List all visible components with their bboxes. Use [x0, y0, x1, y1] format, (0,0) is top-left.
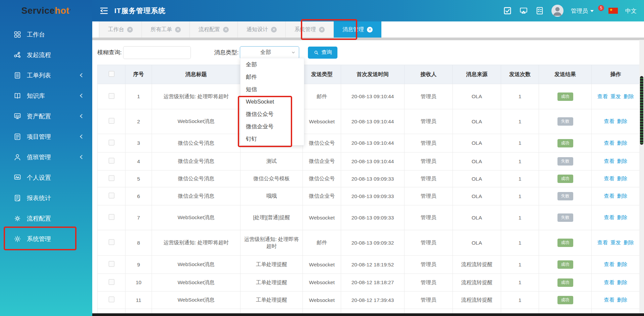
sidebar-item-发起流程[interactable]: 发起流程 [0, 45, 92, 65]
action-link-删除[interactable]: 删除 [617, 193, 628, 199]
tab-消息管理[interactable]: 消息管理✕ [334, 21, 381, 38]
tab-close-icon[interactable]: ✕ [319, 27, 325, 33]
action-link-查看[interactable]: 查看 [597, 240, 608, 245]
column-header-发送次数: 发送次数 [501, 65, 539, 84]
sidebar-item-工作台[interactable]: 工作台 [0, 24, 92, 45]
action-link-查看[interactable]: 查看 [604, 279, 614, 285]
dropdown-option-全部[interactable]: 全部 [240, 58, 304, 71]
action-link-查看[interactable]: 查看 [597, 93, 608, 99]
column-header-消息来源: 消息来源 [453, 65, 501, 84]
row-checkbox[interactable] [109, 140, 114, 145]
row-content: 工单处理提醒 [240, 256, 303, 274]
row-select-cell [98, 84, 125, 109]
dropdown-option-微信公众号[interactable]: 微信公众号 [240, 108, 304, 120]
row-checkbox[interactable] [109, 279, 114, 285]
dropdown-option-短信[interactable]: 短信 [240, 83, 304, 96]
action-link-重发[interactable]: 重发 [610, 93, 621, 99]
sidebar-item-label: 流程配置 [27, 214, 84, 223]
sidebar-item-值班管理[interactable]: 值班管理 [0, 147, 92, 167]
row-content: 哦哦 [240, 187, 303, 205]
language-switch[interactable]: 中文 [625, 7, 637, 15]
row-title: 运营级别通知: 处理即将超时 [152, 230, 240, 256]
row-checkbox[interactable] [109, 118, 114, 124]
action-link-删除[interactable]: 删除 [617, 176, 628, 181]
sidebar-item-个人设置[interactable]: 个人设置 [0, 167, 92, 188]
row-no: 9 [125, 256, 152, 274]
tab-通知设计[interactable]: 通知设计✕ [238, 21, 286, 38]
table-row: 6微信企业号消息哦哦微信企业号20-08-13 09:09:33管理员OLA1失… [98, 187, 640, 205]
row-checkbox[interactable] [109, 297, 114, 302]
flag-icon[interactable]: ★ [608, 8, 618, 14]
action-link-删除[interactable]: 删除 [617, 297, 628, 303]
row-checkbox[interactable] [109, 214, 114, 220]
search-button[interactable]: 查询 [308, 47, 337, 59]
tab-工作台[interactable]: 工作台✕ [99, 21, 142, 38]
sidebar: Servicehot’ 工作台发起流程工单列表知识库资产配置项目管理值班管理个人… [0, 0, 92, 316]
scrollbar-thumb[interactable] [640, 76, 643, 145]
dropdown-option-钉钉[interactable]: 钉钉 [240, 133, 304, 145]
tab-close-icon[interactable]: ✕ [271, 27, 277, 33]
action-link-查看[interactable]: 查看 [604, 261, 614, 267]
action-link-查看[interactable]: 查看 [604, 158, 614, 164]
brand-logo-mark: ’ [69, 8, 71, 13]
select-all-checkbox[interactable] [109, 71, 114, 77]
table-row-partial [98, 309, 640, 314]
action-link-查看[interactable]: 查看 [604, 118, 614, 124]
row-checkbox[interactable] [109, 175, 114, 181]
tab-close-icon[interactable]: ✕ [175, 27, 181, 33]
action-link-查看[interactable]: 查看 [604, 214, 614, 220]
sidebar-item-流程配置[interactable]: 流程配置 [0, 208, 92, 229]
row-source: OLA [453, 84, 501, 109]
action-link-查看[interactable]: 查看 [604, 176, 614, 181]
row-count: 1 [501, 187, 539, 205]
checklist-icon[interactable] [535, 6, 544, 15]
action-link-删除[interactable]: 删除 [617, 279, 628, 285]
sidebar-item-报表统计[interactable]: 报表统计 [0, 188, 92, 208]
check-square-icon[interactable] [503, 6, 512, 15]
action-link-查看[interactable]: 查看 [604, 297, 614, 303]
dropdown-option-微信企业号[interactable]: 微信企业号 [240, 120, 304, 133]
action-link-重发[interactable]: 重发 [610, 240, 621, 245]
row-count: 1 [501, 230, 539, 256]
action-link-删除[interactable]: 删除 [624, 93, 634, 99]
user-menu[interactable]: 管理员 [571, 7, 594, 15]
row-time: 20-08-12 18:19:52 [341, 256, 405, 274]
row-checkbox[interactable] [109, 239, 114, 245]
row-result: 成功 [539, 292, 592, 309]
sidebar-item-资产配置[interactable]: 资产配置 [0, 106, 92, 126]
sidebar-collapse-icon[interactable] [99, 6, 109, 16]
action-link-删除[interactable]: 删除 [624, 240, 634, 245]
action-link-删除[interactable]: 删除 [617, 140, 628, 146]
screen-share-icon[interactable] [519, 6, 528, 15]
action-link-查看[interactable]: 查看 [604, 193, 614, 199]
tab-close-icon[interactable]: ✕ [223, 27, 229, 33]
user-avatar[interactable] [551, 5, 564, 17]
row-checkbox[interactable] [109, 193, 114, 198]
row-result: 成功 [539, 230, 592, 256]
sidebar-item-项目管理[interactable]: 项目管理 [0, 126, 92, 147]
row-count: 1 [501, 84, 539, 109]
row-time: 20-08-13 09:09:33 [341, 171, 405, 187]
row-checkbox[interactable] [109, 93, 114, 99]
message-type-select[interactable]: 全部 [240, 46, 299, 59]
tab-close-icon[interactable]: ✕ [127, 27, 133, 33]
row-checkbox[interactable] [109, 158, 114, 164]
action-link-删除[interactable]: 删除 [617, 214, 628, 220]
tab-所有工单[interactable]: 所有工单✕ [142, 21, 190, 38]
sidebar-item-知识库[interactable]: 知识库 [0, 85, 92, 106]
fuzzy-search-input[interactable] [123, 46, 191, 59]
tab-流程配置[interactable]: 流程配置✕ [190, 21, 238, 38]
tab-系统管理[interactable]: 系统管理✕ [286, 21, 334, 38]
action-link-删除[interactable]: 删除 [617, 158, 628, 164]
action-link-删除[interactable]: 删除 [617, 261, 628, 267]
action-link-查看[interactable]: 查看 [604, 140, 614, 146]
dropdown-option-WebSocket[interactable]: WebSocket [240, 96, 304, 108]
row-checkbox[interactable] [109, 261, 114, 267]
sidebar-item-系统管理[interactable]: 系统管理 [0, 229, 92, 249]
sidebar-item-工单列表[interactable]: 工单列表 [0, 65, 92, 85]
action-link-删除[interactable]: 删除 [617, 118, 628, 124]
row-content: 工单处理提醒 [240, 274, 303, 292]
row-time: 20-08-13 09:09:33 [341, 187, 405, 205]
tab-close-icon[interactable]: ✕ [367, 27, 373, 33]
dropdown-option-邮件[interactable]: 邮件 [240, 71, 304, 83]
